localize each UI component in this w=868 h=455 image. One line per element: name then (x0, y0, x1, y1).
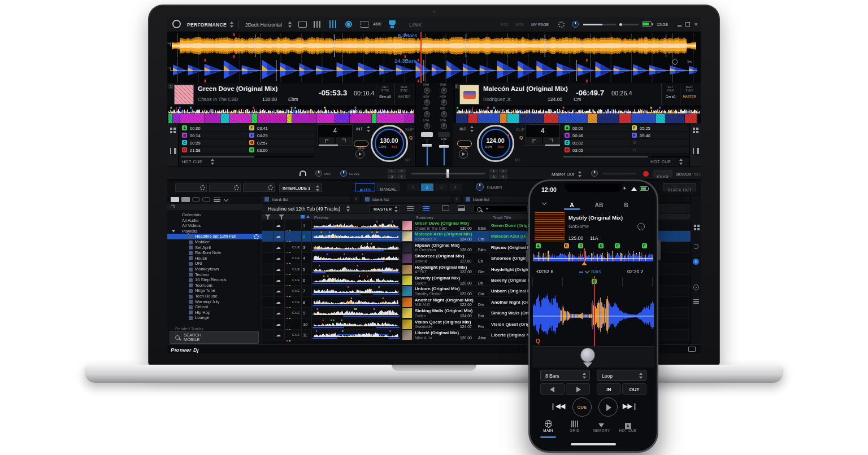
track-preview-waveform[interactable] (313, 275, 400, 285)
ch1-fader-handle[interactable] (422, 144, 432, 147)
phone-cue-badge[interactable]: B (564, 243, 569, 248)
mode-select-arrows-icon[interactable] (229, 21, 234, 28)
deck2-loop-half-button[interactable] (526, 137, 542, 144)
track-preview-waveform[interactable] (313, 221, 400, 230)
assign-button[interactable]: 1 (388, 169, 396, 173)
menu-lines-icon[interactable] (693, 299, 699, 304)
deck1-waveform[interactable] (171, 33, 697, 58)
ch1-cue-button[interactable]: CUE (421, 132, 433, 137)
track-preview-waveform[interactable] (313, 231, 400, 241)
crossfader-handle[interactable] (446, 169, 449, 178)
sidebar-item[interactable]: Collection (167, 212, 262, 218)
headphone-level-knob[interactable] (340, 170, 347, 177)
col-summary[interactable]: Summary (416, 215, 433, 220)
master-out-arrows-icon[interactable] (578, 171, 582, 177)
hot-cue-cell[interactable]: E05:25 (631, 125, 697, 132)
home-indicator[interactable] (571, 443, 616, 445)
list-view-icon[interactable] (214, 198, 220, 202)
add-list-button[interactable]: + (453, 196, 460, 203)
link-label[interactable]: LINK (409, 22, 422, 28)
settings-gear-icon[interactable] (558, 21, 565, 28)
track-preview-waveform[interactable] (313, 298, 400, 307)
assign-button[interactable]: 3 (489, 174, 498, 179)
maximize-button[interactable] (685, 22, 690, 27)
list-tab[interactable]: blank list (363, 196, 451, 203)
fixture-slot-2[interactable] (209, 183, 241, 192)
record-mode-icon[interactable] (345, 21, 352, 28)
deck1-cue-button[interactable]: CUE (354, 141, 368, 147)
loop-length-select[interactable]: 8 Bars (540, 370, 590, 381)
layout-select-arrows-icon[interactable] (288, 21, 292, 28)
playlist-item[interactable]: House (167, 256, 262, 261)
frame-icon[interactable] (361, 21, 368, 28)
playlist-item[interactable]: Mobilee (167, 239, 262, 245)
close-button[interactable]: ✕ (694, 21, 698, 27)
playlist-item[interactable]: Tech House (167, 294, 262, 299)
track-prev-button[interactable]: ❘◀◀ (550, 403, 565, 410)
deck2-int-mode[interactable]: INT (459, 126, 466, 132)
master-level-knob[interactable] (591, 170, 598, 177)
playlist-title-arrows-icon[interactable] (346, 205, 350, 212)
playlist-item[interactable]: Set April (167, 245, 262, 251)
ch2-trim-knob[interactable] (441, 88, 447, 94)
mixer-panel-icon[interactable] (329, 20, 338, 28)
lighting-auto-button[interactable]: AUTO (355, 183, 375, 191)
playlist-item[interactable]: Techno (167, 272, 262, 278)
filter-icon[interactable] (265, 214, 271, 220)
assign-button[interactable]: 4 (499, 174, 507, 179)
assign-button[interactable]: 2 (397, 169, 406, 173)
deck2-hot-cue-scrollbar[interactable] (563, 156, 697, 158)
playlist-item[interactable]: Lounge (167, 315, 262, 321)
deck2-slip-label[interactable]: SLIP (516, 128, 524, 132)
fixture-slot-1[interactable] (175, 183, 207, 192)
hot-cue-cell[interactable]: A00:00 (563, 125, 630, 132)
hot-cue-cell[interactable]: F04:25 (248, 132, 314, 139)
scene-button[interactable]: 3 (435, 183, 448, 191)
ch2-low-knob[interactable] (441, 123, 447, 129)
playlist-item[interactable]: Ninja Tune (167, 288, 262, 294)
scene-button[interactable]: 2 (421, 183, 433, 191)
hot-cue-cell[interactable]: G02:57 (248, 139, 314, 146)
hot-cue-cell[interactable]: D01:58 (181, 147, 247, 154)
assign-button[interactable]: 4 (397, 174, 406, 179)
sync-manager-icon[interactable] (693, 244, 698, 249)
phone-overview-waveform[interactable] (533, 250, 653, 263)
deck2-key-sync[interactable]: KEY SYNC Cm ±0 (661, 84, 679, 105)
cut-icon[interactable]: ✂ (687, 59, 692, 65)
hot-cue-cell[interactable]: C01:02 (563, 139, 630, 146)
loop-mode-select[interactable]: Loop (597, 370, 646, 381)
mode-select[interactable]: PERFORMANCE (187, 22, 227, 28)
col-preview[interactable]: Preview (314, 215, 329, 220)
deck2-mt-label[interactable]: MT (515, 158, 520, 162)
deck2-beat-sync[interactable]: BEAT SYNC MASTER (680, 84, 698, 105)
playlist-item[interactable]: Critical (167, 304, 262, 310)
phone-cue-badge[interactable]: D (598, 243, 604, 248)
disc-icon[interactable] (693, 285, 699, 290)
hot-cue-cell[interactable]: H (631, 147, 697, 154)
blackout-button[interactable]: BLACK OUT (663, 183, 696, 191)
filter-icon[interactable] (279, 214, 284, 220)
headphone-knob[interactable] (572, 21, 579, 28)
panel-grid-icon[interactable] (694, 225, 696, 227)
phone-view-tab[interactable]: B (616, 199, 636, 209)
deck1-pad-mode-arrows-icon[interactable] (210, 159, 215, 165)
ch1-trim-knob[interactable] (424, 88, 430, 94)
col-track-title[interactable]: Track Title (493, 215, 511, 220)
track-preview-waveform[interactable] (313, 265, 400, 274)
ch1-mid-knob[interactable] (424, 111, 430, 117)
hot-cue-cell[interactable]: B00:46 (563, 132, 630, 139)
ch1-low-knob[interactable] (424, 123, 430, 129)
ch1-high-knob[interactable] (424, 99, 430, 106)
layout-select[interactable]: 2Deck Horizontal (245, 22, 282, 28)
view-toggle-4[interactable] (202, 197, 210, 202)
deck2-jog-wheel[interactable]: 124.00 0.0% ±10 (477, 125, 514, 162)
pad-grid-icon[interactable] (170, 128, 172, 130)
pad-editor-icon[interactable] (298, 21, 307, 28)
search-box[interactable] (474, 205, 528, 212)
phone-cue-badge[interactable]: E (615, 243, 620, 248)
deck1-key-sync[interactable]: KEY SYNC Ebm ±0 (376, 84, 394, 105)
phone-bars-label[interactable]: Bars (591, 269, 601, 274)
view-toggle-1[interactable] (171, 197, 179, 202)
phone-bottom-tab[interactable]: MAIN (537, 419, 559, 432)
deck1-slip-label[interactable]: SLIP (405, 128, 414, 132)
